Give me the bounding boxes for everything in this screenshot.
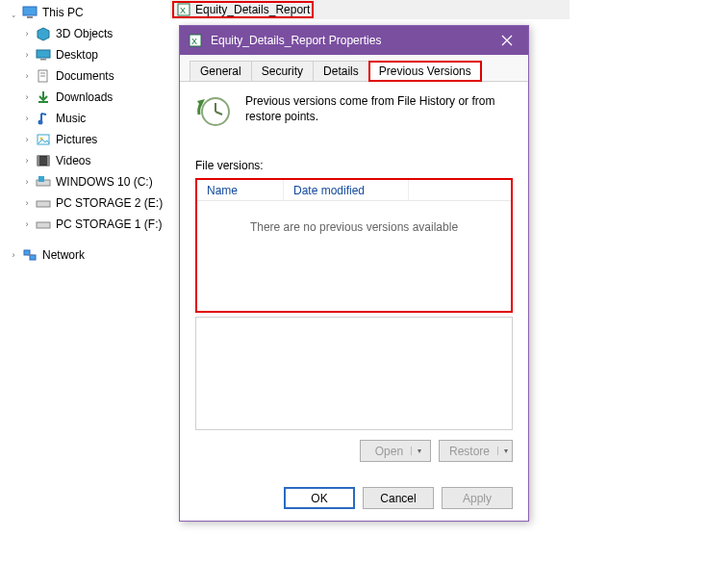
tree-label: This PC <box>42 6 84 19</box>
chevron-right-icon: › <box>21 219 33 229</box>
tree-label: WINDOWS 10 (C:) <box>56 175 153 189</box>
svg-rect-19 <box>24 250 30 255</box>
cancel-button[interactable]: Cancel <box>363 487 434 509</box>
svg-rect-4 <box>40 59 46 61</box>
documents-icon <box>35 67 52 85</box>
svg-rect-13 <box>38 156 39 166</box>
caret-down-icon: ▾ <box>411 447 421 455</box>
videos-icon <box>35 152 52 169</box>
file-versions-list[interactable]: Name Date modified There are no previous… <box>195 178 513 313</box>
column-name[interactable]: Name <box>197 180 284 200</box>
nav-tree: ˬ This PC › 3D Objects › Desktop › Docum… <box>0 0 168 268</box>
tree-label: Videos <box>56 154 90 167</box>
drive-icon <box>35 194 52 212</box>
tab-general[interactable]: General <box>190 61 252 82</box>
properties-dialog: X Equity_Details_Report Properties Gener… <box>179 25 529 522</box>
tree-label: Documents <box>56 69 114 83</box>
svg-rect-1 <box>27 16 33 18</box>
tree-node-drive-e[interactable]: › PC STORAGE 2 (E:) <box>0 192 168 214</box>
history-clock-icon <box>195 93 232 130</box>
chevron-right-icon: › <box>21 29 33 38</box>
chevron-right-icon: › <box>21 135 33 144</box>
tree-node-drive-f[interactable]: › PC STORAGE 1 (F:) <box>0 214 168 235</box>
open-button[interactable]: Open ▾ <box>360 440 431 462</box>
tree-node-downloads[interactable]: › Downloads <box>0 87 168 108</box>
tree-node-drive-c[interactable]: › WINDOWS 10 (C:) <box>0 171 168 192</box>
tree-node-this-pc[interactable]: ˬ This PC <box>0 2 168 23</box>
tree-node-pictures[interactable]: › Pictures <box>0 129 168 150</box>
close-icon <box>501 35 513 46</box>
column-date-modified[interactable]: Date modified <box>284 180 409 200</box>
tree-label: Music <box>56 112 86 125</box>
svg-rect-20 <box>30 255 36 260</box>
pictures-icon <box>35 131 52 148</box>
downloads-icon <box>35 89 52 106</box>
chevron-right-icon: › <box>21 198 33 208</box>
chevron-right-icon: › <box>8 250 19 260</box>
file-name: Equity_Details_Report <box>195 3 310 16</box>
tree-node-documents[interactable]: › Documents <box>0 65 168 87</box>
caret-down-icon: ▾ <box>497 447 508 455</box>
drive-icon <box>35 173 52 191</box>
chevron-right-icon: › <box>21 114 33 123</box>
chevron-right-icon: › <box>21 156 33 166</box>
dialog-button-row: OK Cancel Apply <box>180 477 528 521</box>
ok-button[interactable]: OK <box>284 487 355 509</box>
apply-button[interactable]: Apply <box>442 487 513 509</box>
svg-point-9 <box>38 120 43 125</box>
tree-label: Downloads <box>56 90 113 104</box>
chevron-right-icon: › <box>21 92 33 102</box>
info-text: Previous versions come from File History… <box>245 93 513 124</box>
tree-node-network[interactable]: › Network <box>0 244 168 266</box>
tab-details[interactable]: Details <box>313 61 369 82</box>
svg-rect-17 <box>37 201 50 207</box>
versions-header: Name Date modified <box>197 180 511 201</box>
chevron-right-icon: › <box>21 50 33 60</box>
chevron-right-icon: › <box>21 177 33 187</box>
tree-label: 3D Objects <box>56 27 113 40</box>
restore-button[interactable]: Restore ▾ <box>439 440 513 462</box>
computer-icon <box>21 4 38 21</box>
svg-rect-0 <box>23 7 37 15</box>
excel-file-icon: X <box>188 33 203 48</box>
tree-node-videos[interactable]: › Videos <box>0 150 168 171</box>
tree-node-3d-objects[interactable]: › 3D Objects <box>0 23 168 44</box>
chevron-down-icon: ˬ <box>8 8 19 17</box>
svg-marker-2 <box>38 28 49 40</box>
tree-label: Network <box>42 248 85 262</box>
chevron-right-icon: › <box>21 71 33 81</box>
svg-text:X: X <box>180 6 186 15</box>
file-item-selected[interactable]: X Equity_Details_Report <box>172 1 314 18</box>
network-icon <box>21 246 38 264</box>
details-panel <box>195 317 513 430</box>
excel-file-icon: X <box>176 2 191 17</box>
file-versions-label: File versions: <box>195 159 513 172</box>
tab-strip: General Security Details Previous Versio… <box>180 55 528 82</box>
svg-text:X: X <box>191 37 197 46</box>
drive-icon <box>35 216 52 233</box>
desktop-icon <box>35 46 52 64</box>
tab-security[interactable]: Security <box>251 61 314 82</box>
dialog-title: Equity_Details_Report Properties <box>211 34 486 47</box>
svg-rect-16 <box>38 176 44 182</box>
tree-node-music[interactable]: › Music <box>0 108 168 129</box>
tree-label: PC STORAGE 1 (F:) <box>56 217 162 231</box>
file-list-bar: X Equity_Details_Report <box>170 0 570 19</box>
svg-rect-3 <box>37 50 50 58</box>
tree-node-desktop[interactable]: › Desktop <box>0 44 168 65</box>
dialog-titlebar[interactable]: X Equity_Details_Report Properties <box>180 26 528 55</box>
cube-icon <box>35 25 52 42</box>
tree-label: Pictures <box>56 133 97 146</box>
tab-previous-versions[interactable]: Previous Versions <box>368 61 482 82</box>
tree-label: PC STORAGE 2 (E:) <box>56 196 163 210</box>
tree-label: Desktop <box>56 48 98 62</box>
svg-rect-14 <box>47 156 49 166</box>
music-icon <box>35 110 52 127</box>
svg-rect-18 <box>37 222 50 228</box>
close-button[interactable] <box>486 26 528 55</box>
tab-body: Previous versions come from File History… <box>180 82 528 477</box>
empty-message: There are no previous versions available <box>197 201 511 234</box>
